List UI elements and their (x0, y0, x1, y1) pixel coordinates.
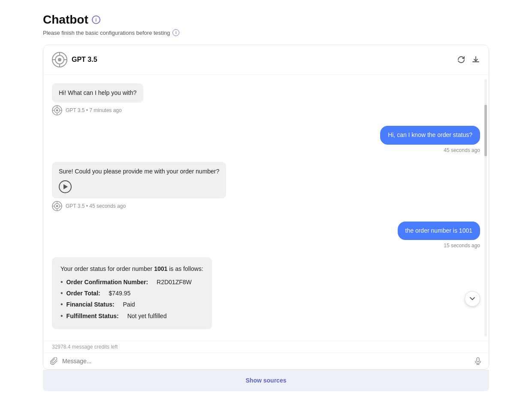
svg-rect-21 (477, 358, 479, 362)
bot-message-1: Hi! What can I help you with? GPT 3.5 • … (52, 83, 480, 115)
chat-container: GPT 3.5 (43, 45, 489, 370)
show-sources-button[interactable]: Show sources (246, 377, 287, 384)
bot-message-3: Your order status for order number 1001 … (52, 257, 480, 329)
order-detail-3: Fulfillment Status: Not yet fulfilled (60, 311, 203, 321)
bot-meta-text-1: GPT 3.5 • 7 minutes ago (66, 107, 122, 113)
scroll-down-button[interactable] (465, 291, 480, 307)
bot-meta-text-2: GPT 3.5 • 45 seconds ago (66, 203, 126, 209)
order-detail-0: Order Confirmation Number: R2D01ZF8W (60, 277, 203, 287)
attach-button[interactable] (50, 357, 58, 365)
scrollbar-thumb[interactable] (484, 105, 487, 156)
message-input-row (43, 352, 489, 369)
order-status-list: Order Confirmation Number: R2D01ZF8W Ord… (60, 277, 203, 321)
mic-button[interactable] (474, 357, 482, 365)
bot-bubble-2: Sure! Could you please provide me with y… (52, 162, 226, 198)
user-message-1: Hi, can I know the order status? 45 seco… (52, 126, 480, 153)
user-meta-1: 45 seconds ago (52, 147, 480, 153)
page-subtitle: Please finish the basic configurations b… (43, 29, 489, 36)
chat-header-icons (457, 55, 480, 64)
subtitle-info-icon[interactable]: i (172, 29, 179, 36)
page-header: Chatbot i Please finish the basic config… (43, 13, 489, 36)
credits-bar: 32978.4 message credits left (43, 341, 489, 352)
chat-header: GPT 3.5 (43, 45, 489, 75)
order-intro: Your order status for order number 1001 … (60, 264, 203, 273)
bot-avatar-small-2 (52, 201, 62, 211)
bot-bubble-1: Hi! What can I help you with? (52, 83, 143, 103)
message-input[interactable] (62, 358, 470, 364)
svg-point-16 (56, 205, 58, 207)
play-icon-container (59, 180, 219, 193)
title-info-icon[interactable]: i (92, 15, 100, 24)
scrollbar-track (484, 79, 487, 337)
chat-footer: 32978.4 message credits left (43, 341, 489, 369)
order-detail-2: Financial Status: Paid (60, 300, 203, 309)
chat-messages: Hi! What can I help you with? GPT 3.5 • … (43, 75, 489, 341)
bot-meta-1: GPT 3.5 • 7 minutes ago (52, 105, 480, 115)
user-message-2: the order number is 1001 15 seconds ago (52, 222, 480, 249)
bot-avatar-small-1 (52, 105, 62, 115)
bot-bubble-3: Your order status for order number 1001 … (52, 257, 212, 329)
page-title: Chatbot (43, 13, 88, 27)
download-button[interactable] (472, 55, 480, 64)
bot-avatar-header (52, 52, 67, 67)
order-detail-1: Order Total: $749.95 (60, 289, 203, 298)
svg-point-2 (58, 58, 61, 61)
svg-point-9 (56, 109, 58, 112)
chat-header-left: GPT 3.5 (52, 52, 97, 67)
bot-name: GPT 3.5 (72, 56, 97, 64)
show-sources-bar: Show sources (43, 370, 489, 391)
bot-meta-2: GPT 3.5 • 45 seconds ago (52, 201, 480, 211)
play-triangle (63, 184, 68, 189)
user-bubble-1: Hi, can I know the order status? (380, 126, 480, 145)
user-meta-2: 15 seconds ago (52, 243, 480, 249)
user-bubble-2: the order number is 1001 (398, 222, 480, 240)
play-icon-button[interactable] (59, 180, 72, 193)
bot-message-2: Sure! Could you please provide me with y… (52, 162, 480, 211)
refresh-button[interactable] (457, 55, 466, 64)
